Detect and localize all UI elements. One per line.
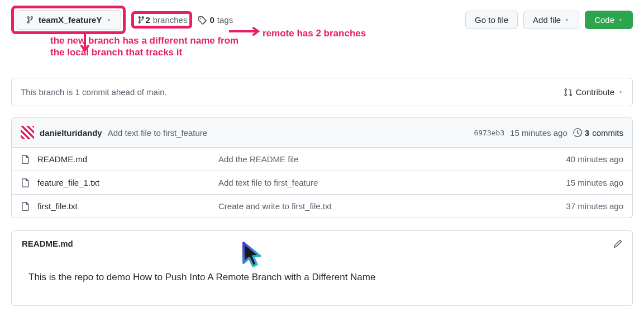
annotation-highlight-branches: 2 branches [131, 11, 192, 29]
tags-count: 0 [209, 15, 214, 25]
annotation-highlight-branch: teamX_featureY [11, 6, 126, 34]
file-icon [21, 202, 30, 211]
tags-label: tags [217, 15, 233, 25]
commits-count: 3 [585, 128, 589, 138]
tags-link[interactable]: 0 tags [198, 15, 233, 25]
go-to-file-button[interactable]: Go to file [465, 11, 518, 29]
caret-down-icon [618, 17, 623, 23]
commit-message[interactable]: Add text file to first_feature [108, 128, 207, 138]
annotation-branches: remote has 2 branches [263, 28, 366, 39]
pencil-icon[interactable] [613, 239, 622, 248]
top-bar: teamX_featureY 2 branches 0 tags Go to f… [11, 6, 633, 34]
file-row[interactable]: first_file.txt Create and write to first… [12, 194, 632, 218]
branch-icon [136, 16, 145, 25]
commit-header: danielturidandy Add text file to first_f… [11, 117, 633, 148]
file-commit-msg[interactable]: Create and write to first_file.txt [218, 201, 558, 211]
file-row[interactable]: README.md Add the README file 40 minutes… [12, 148, 632, 171]
branch-selector[interactable]: teamX_featureY [16, 10, 121, 30]
file-icon [21, 178, 30, 187]
annotation-arrow-down-icon [79, 34, 90, 54]
code-button[interactable]: Code [585, 11, 633, 29]
readme-box: README.md This is the repo to demo How t… [11, 230, 633, 306]
caret-down-icon [564, 17, 570, 23]
tag-icon [198, 16, 207, 25]
caret-down-icon [618, 89, 623, 95]
file-name[interactable]: README.md [37, 154, 211, 164]
file-list: README.md Add the README file 40 minutes… [11, 148, 633, 218]
file-commit-msg[interactable]: Add the README file [218, 154, 558, 164]
commits-label: commits [592, 128, 623, 138]
branch-icon [25, 16, 34, 25]
branches-link[interactable]: 2 branches [145, 15, 187, 25]
branches-label: branches [153, 15, 188, 25]
file-commit-msg[interactable]: Add text file to first_feature [218, 178, 558, 187]
contribute-button[interactable]: Contribute [564, 87, 623, 97]
file-time: 40 minutes ago [566, 154, 623, 164]
readme-header: README.md [12, 231, 632, 256]
caret-down-icon [106, 17, 112, 23]
add-file-button[interactable]: Add file [523, 11, 579, 29]
commit-sha[interactable]: 6973eb3 [474, 129, 504, 137]
file-time: 15 minutes ago [566, 178, 623, 187]
file-row[interactable]: feature_file_1.txt Add text file to firs… [12, 171, 632, 194]
file-name[interactable]: feature_file_1.txt [37, 178, 211, 187]
branch-status-text: This branch is 1 commit ahead of main. [21, 87, 167, 97]
readme-filename[interactable]: README.md [22, 239, 73, 248]
avatar[interactable] [21, 126, 34, 139]
readme-content: This is the repo to demo How to Push Int… [12, 256, 632, 305]
annotation-arrow-right-icon [229, 26, 263, 37]
commits-link[interactable]: 3 commits [573, 128, 623, 138]
pull-request-icon [564, 88, 573, 97]
file-name[interactable]: first_file.txt [37, 201, 211, 211]
commit-time: 15 minutes ago [510, 128, 567, 138]
file-time: 37 minutes ago [566, 201, 623, 211]
branch-status-box: This branch is 1 commit ahead of main. C… [11, 78, 633, 106]
branch-name: teamX_featureY [39, 15, 102, 25]
branches-count: 2 [145, 15, 150, 25]
file-icon [21, 155, 30, 164]
history-icon [573, 128, 582, 137]
commit-author[interactable]: danielturidandy [40, 128, 102, 138]
